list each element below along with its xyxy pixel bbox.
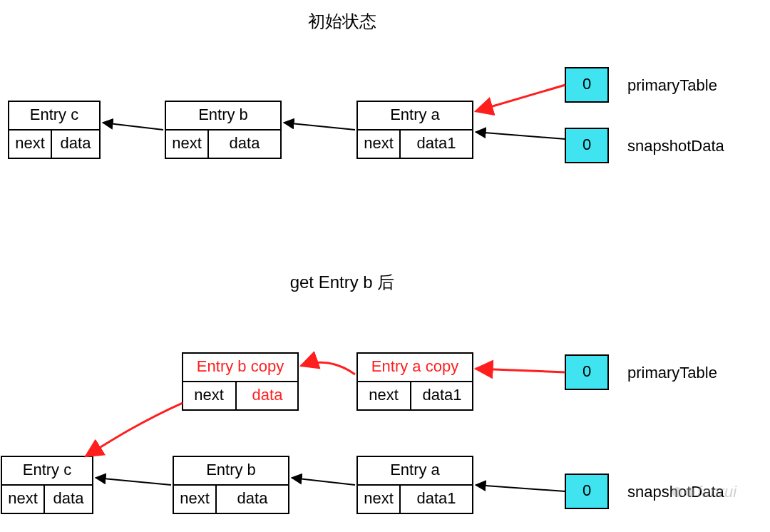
entry-a-top: Entry a next data1 bbox=[357, 101, 473, 158]
entry-b-next-top: next bbox=[172, 134, 202, 152]
entry-c-top: Entry c next data bbox=[9, 101, 100, 158]
entry-b-copy-title: Entry b copy bbox=[197, 357, 284, 375]
svg-point-25 bbox=[685, 487, 695, 497]
entry-b-next-bottom: next bbox=[180, 489, 210, 507]
entry-c-data-top: data bbox=[61, 134, 92, 152]
entry-a-data-top: data1 bbox=[416, 134, 456, 152]
arrow-primary-to-a-top bbox=[476, 85, 565, 111]
entry-a-data-bottom: data1 bbox=[416, 489, 456, 507]
entry-a-copy-next: next bbox=[369, 386, 399, 404]
entry-a-copy-data: data1 bbox=[422, 386, 461, 404]
primary-slot-top-value: 0 bbox=[582, 75, 591, 93]
arrow-snapshot-to-a-bottom bbox=[476, 485, 565, 491]
primary-slot-bottom-value: 0 bbox=[582, 362, 591, 380]
entry-a-next-top: next bbox=[364, 134, 394, 152]
entry-b-title-top: Entry b bbox=[198, 106, 248, 123]
svg-point-24 bbox=[672, 487, 682, 497]
arrow-bcopy-to-c bbox=[86, 403, 183, 456]
entry-a-copy: Entry a copy next data1 bbox=[357, 353, 473, 410]
arrow-a-to-b-bottom bbox=[292, 478, 355, 485]
diagram-canvas: 初始状态 0 primaryTable 0 snapshotData Entry… bbox=[0, 0, 770, 532]
snapshot-slot-top-value: 0 bbox=[582, 135, 591, 153]
primary-table-label-top: primaryTable bbox=[627, 76, 717, 94]
entry-a-copy-title: Entry a copy bbox=[371, 357, 458, 375]
entry-c-title-bottom: Entry c bbox=[23, 461, 71, 479]
watermark-text: fanrui bbox=[697, 483, 737, 501]
entry-a-bottom: Entry a next data1 bbox=[357, 456, 473, 513]
entry-a-title-top: Entry a bbox=[390, 106, 440, 123]
entry-b-data-top: data bbox=[230, 134, 261, 152]
arrow-b-to-c-bottom bbox=[96, 478, 171, 485]
entry-b-copy-data: data bbox=[252, 386, 284, 404]
title-after-get: get Entry b 后 bbox=[290, 272, 395, 292]
entry-c-bottom: Entry c next data bbox=[1, 456, 93, 513]
entry-b-copy-next: next bbox=[194, 386, 224, 404]
snapshot-data-label-top: snapshotData bbox=[627, 137, 725, 155]
entry-a-next-bottom: next bbox=[364, 489, 394, 507]
entry-b-bottom: Entry b next data bbox=[173, 456, 289, 513]
arrow-acopy-to-bcopy bbox=[301, 362, 355, 374]
entry-c-data-bottom: data bbox=[53, 489, 85, 507]
entry-c-next-top: next bbox=[15, 134, 45, 152]
arrow-snapshot-to-a-top bbox=[476, 132, 565, 139]
entry-b-copy: Entry b copy next data bbox=[183, 353, 298, 410]
primary-table-label-bottom: primaryTable bbox=[627, 364, 717, 382]
entry-a-title-bottom: Entry a bbox=[390, 461, 440, 479]
entry-b-title-bottom: Entry b bbox=[206, 461, 256, 479]
arrow-a-to-b-top bbox=[284, 123, 355, 130]
snapshot-slot-bottom-value: 0 bbox=[582, 481, 591, 499]
entry-c-title-top: Entry c bbox=[30, 106, 78, 123]
title-initial: 初始状态 bbox=[308, 11, 376, 31]
entry-b-data-bottom: data bbox=[237, 489, 269, 507]
entry-b-top: Entry b next data bbox=[165, 101, 281, 158]
arrow-b-to-c-top bbox=[103, 123, 163, 130]
arrow-primary-to-acopy bbox=[476, 369, 565, 372]
entry-c-next-bottom: next bbox=[8, 489, 38, 507]
